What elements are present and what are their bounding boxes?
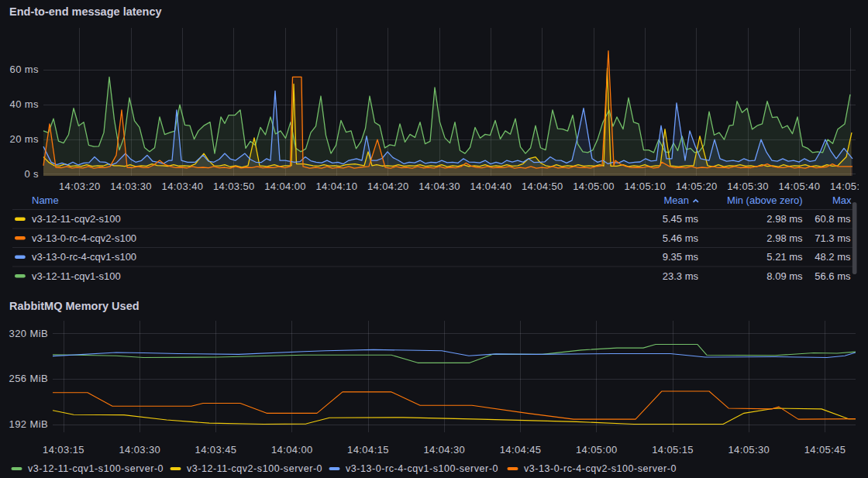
svg-text:192 MiB: 192 MiB xyxy=(9,418,49,430)
svg-text:14:05:30: 14:05:30 xyxy=(727,181,769,192)
svg-text:Name: Name xyxy=(32,194,59,206)
svg-text:5.21 ms: 5.21 ms xyxy=(766,251,803,263)
svg-text:14:05:00: 14:05:00 xyxy=(576,444,618,456)
svg-text:14:03:50: 14:03:50 xyxy=(213,181,255,192)
svg-text:v3-13-0-rc-4-cqv1-s100: v3-13-0-rc-4-cqv1-s100 xyxy=(32,251,136,263)
svg-text:56.6 ms: 56.6 ms xyxy=(815,270,851,282)
svg-text:14:03:20: 14:03:20 xyxy=(59,181,101,192)
svg-text:8.09 ms: 8.09 ms xyxy=(766,270,803,282)
svg-text:14:04:10: 14:04:10 xyxy=(315,181,357,192)
svg-text:14:04:00: 14:04:00 xyxy=(264,181,306,192)
svg-text:14:04:00: 14:04:00 xyxy=(271,444,313,456)
svg-text:2.98 ms: 2.98 ms xyxy=(766,232,803,244)
svg-text:v3-13-0-rc-4-cqv1-s100-server-: v3-13-0-rc-4-cqv1-s100-server-0 xyxy=(346,463,498,474)
svg-text:40 ms: 40 ms xyxy=(10,98,40,110)
svg-text:14:05:15: 14:05:15 xyxy=(652,444,694,456)
svg-text:v3-12-11-cqv1-s100: v3-12-11-cqv1-s100 xyxy=(32,270,121,282)
svg-text:14:05:30: 14:05:30 xyxy=(728,444,770,456)
svg-text:2.98 ms: 2.98 ms xyxy=(766,213,803,225)
svg-text:v3-12-11-cqv1-s100-server-0: v3-12-11-cqv1-s100-server-0 xyxy=(28,463,164,474)
svg-text:9.35 ms: 9.35 ms xyxy=(663,251,699,263)
svg-text:14:04:20: 14:04:20 xyxy=(367,181,409,192)
svg-text:14:03:40: 14:03:40 xyxy=(162,181,204,192)
svg-text:14:03:30: 14:03:30 xyxy=(110,181,152,192)
svg-text:v3-13-0-rc-4-cqv2-s100: v3-13-0-rc-4-cqv2-s100 xyxy=(32,232,136,244)
svg-text:14:05:10: 14:05:10 xyxy=(624,181,666,192)
svg-text:23.3 ms: 23.3 ms xyxy=(663,270,699,282)
svg-text:14:05:20: 14:05:20 xyxy=(676,181,718,192)
svg-text:14:04:50: 14:04:50 xyxy=(522,181,563,192)
svg-text:14:05:40: 14:05:40 xyxy=(778,181,820,192)
svg-text:14:03:30: 14:03:30 xyxy=(119,444,160,456)
svg-text:5.46 ms: 5.46 ms xyxy=(663,232,699,244)
svg-text:0 s: 0 s xyxy=(24,168,39,180)
svg-text:256 MiB: 256 MiB xyxy=(9,373,49,384)
svg-text:Min (above zero): Min (above zero) xyxy=(727,194,803,206)
svg-text:5.45 ms: 5.45 ms xyxy=(663,213,699,225)
svg-text:60 ms: 60 ms xyxy=(10,64,40,75)
svg-text:48.2 ms: 48.2 ms xyxy=(815,251,851,263)
svg-text:v3-13-0-rc-4-cqv2-s100-server-: v3-13-0-rc-4-cqv2-s100-server-0 xyxy=(524,463,677,474)
svg-text:End-to-end message latency: End-to-end message latency xyxy=(9,5,162,18)
svg-text:14:04:15: 14:04:15 xyxy=(347,444,389,456)
svg-text:14:04:40: 14:04:40 xyxy=(470,181,512,192)
svg-text:14:05:45: 14:05:45 xyxy=(804,444,846,456)
svg-text:14:05:00: 14:05:00 xyxy=(573,181,615,192)
svg-text:14:04:45: 14:04:45 xyxy=(500,444,542,456)
svg-text:v3-12-11-cqv2-s100: v3-12-11-cqv2-s100 xyxy=(32,213,121,225)
svg-text:71.3 ms: 71.3 ms xyxy=(815,232,851,244)
svg-text:320 MiB: 320 MiB xyxy=(9,328,49,339)
svg-text:14:03:15: 14:03:15 xyxy=(43,444,84,456)
svg-text:14:03:45: 14:03:45 xyxy=(195,444,237,456)
svg-text:14:04:30: 14:04:30 xyxy=(423,444,465,456)
svg-text:v3-12-11-cqv2-s100-server-0: v3-12-11-cqv2-s100-server-0 xyxy=(187,463,322,474)
svg-text:RabbitMQ Memory Used: RabbitMQ Memory Used xyxy=(9,300,140,312)
svg-text:60.8 ms: 60.8 ms xyxy=(815,213,851,225)
svg-text:Mean: Mean xyxy=(663,194,689,206)
svg-text:14:04:30: 14:04:30 xyxy=(418,181,460,192)
svg-text:20 ms: 20 ms xyxy=(10,133,40,145)
svg-text:Max: Max xyxy=(832,194,852,206)
